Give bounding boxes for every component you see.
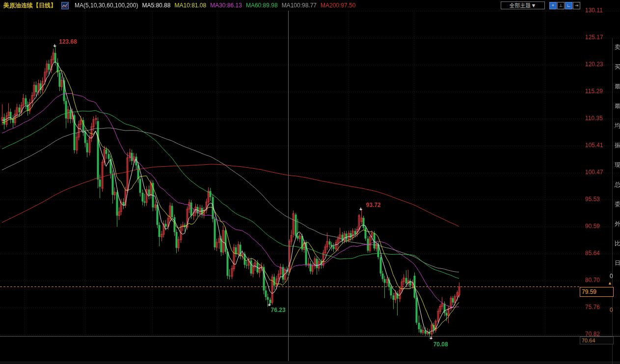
uptick-arrow-icon: ▲ (608, 281, 612, 286)
side-panel-label-fragment: 振 (615, 141, 620, 150)
axis-tick-label: 120.23 (585, 61, 609, 68)
axis-tick-label: 125.17 (585, 34, 609, 41)
axis-tick-label: 90.59 (585, 223, 609, 230)
chart-header: 美原油连续 【日线】 MA(5,10,30,60,100,200) MA5:80… (0, 0, 499, 11)
side-panel-edge: 卖买最最均振现总委外比日00 (612, 38, 620, 364)
ma-legend-item: MA10:81.08 (174, 2, 206, 9)
ma-legend-item: MA30:86.13 (210, 2, 242, 9)
period-label: 【日线】 (33, 1, 56, 10)
candlestick-chart-canvas[interactable] (0, 0, 620, 364)
extreme-cross-marker: + (53, 43, 56, 49)
side-panel-label-fragment: 现 (615, 161, 620, 169)
extreme-price-label: 70.08 (433, 341, 448, 348)
theme-dropdown[interactable]: 全部主题▼ (501, 1, 545, 9)
extreme-price-label: 93.72 (366, 202, 381, 208)
extreme-price-label: 76.23 (271, 307, 286, 313)
trading-app-window: { "header": { "title": "美原油连续", "period"… (0, 0, 620, 364)
extreme-cross-marker: + (359, 206, 362, 212)
pan-tool-button[interactable]: + (549, 2, 557, 9)
side-panel-label-fragment: 买 (615, 63, 620, 71)
axis-tick-label: 85.64 (585, 250, 609, 257)
axis-tick-label: 105.41 (585, 142, 609, 149)
extreme-cross-marker: + (430, 335, 432, 341)
side-panel-label-fragment: 总 (615, 181, 620, 189)
instrument-title: 美原油连续 (3, 1, 33, 10)
side-panel-label-fragment: 均 (615, 122, 620, 130)
axis-measure-button[interactable]: ∟ (565, 2, 572, 9)
range-low-tag: 70.64 (580, 337, 614, 344)
axis-tick-label: 110.35 (585, 115, 609, 122)
last-price-tag: 79.59 (580, 287, 614, 297)
side-panel-label-fragment: 比 (615, 239, 620, 248)
side-panel-label-fragment: 最 (615, 102, 620, 110)
axis-scale-button[interactable]: ⊥ (557, 2, 565, 9)
side-panel-value-fragment: 0 (610, 273, 613, 280)
extreme-price-label: 123.68 (59, 38, 77, 45)
axis-tick-label: 80.70 (585, 277, 609, 284)
ma-legend-item: MA60:89.98 (246, 2, 278, 9)
side-panel-label-fragment: 卖 (615, 43, 620, 52)
collapse-panel-button[interactable]: ⇥ (573, 2, 580, 9)
axis-tick-label: 95.53 (585, 196, 609, 203)
side-panel-label-fragment: 最 (615, 82, 620, 91)
axis-tick-label: 130.11 (585, 7, 609, 14)
side-panel-label-fragment: 委 (615, 200, 620, 208)
side-panel-label-fragment: 日 (615, 259, 620, 267)
ma-legend-item: MA100:98.77 (282, 2, 317, 9)
side-panel-label-fragment: 外 (615, 220, 620, 228)
ma-legend-item: MA5:80.88 (142, 2, 170, 9)
axis-tick-label: 100.47 (585, 169, 609, 176)
axis-tick-label: 75.76 (585, 304, 609, 311)
axis-tick-label: 115.29 (585, 88, 609, 95)
ma-legend: MA5:80.88MA10:81.08MA30:86.13MA60:89.98M… (138, 2, 355, 9)
kline-chart-icon (61, 2, 69, 9)
ma-group-label: MA(5,10,30,60,100,200) (75, 2, 138, 9)
bottom-scroll-strip[interactable] (0, 362, 620, 364)
ma-legend-item: MA200:97.50 (321, 2, 355, 9)
side-panel-value-fragment: 0 (610, 307, 613, 313)
